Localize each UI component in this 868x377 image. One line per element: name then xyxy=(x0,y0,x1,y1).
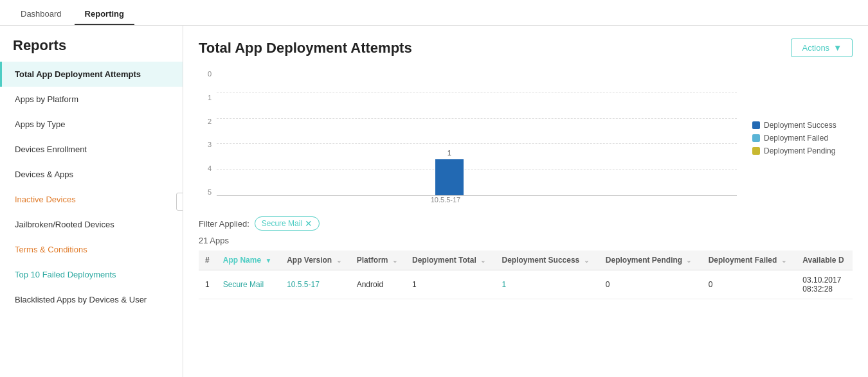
col-deployment-failed-label: Deployment Failed xyxy=(709,256,777,265)
sidebar-item-top-10-failed[interactable]: Top 10 Failed Deployments xyxy=(0,262,183,287)
chart-body: 1 10.5.5-17 xyxy=(217,67,737,209)
sidebar-item-terms-conditions[interactable]: Terms & Conditions xyxy=(0,237,183,262)
col-deployment-success-label: Deployment Success xyxy=(502,256,580,265)
sidebar-item-blacklisted-apps[interactable]: Blacklisted Apps by Devices & User xyxy=(0,287,183,312)
xaxis-label-10-5-5-17: 10.5.5-17 xyxy=(431,196,460,204)
sidebar-header: Reports xyxy=(0,26,183,62)
yaxis-label-1: 1 xyxy=(199,94,212,101)
legend-deployment-failed: Deployment Failed xyxy=(752,134,853,143)
chart-area: 5 4 3 2 1 0 1 xyxy=(199,67,853,209)
col-deployment-total-label: Deployment Total xyxy=(412,256,476,265)
actions-arrow-icon: ▼ xyxy=(833,43,842,53)
col-app-version[interactable]: App Version ⌄ xyxy=(280,250,350,270)
tab-reporting[interactable]: Reporting xyxy=(75,4,134,25)
col-app-name-sort-icon: ▼ xyxy=(265,257,271,264)
col-num: # xyxy=(199,250,217,270)
legend-success-color xyxy=(752,121,760,129)
cell-deployment-failed: 0 xyxy=(702,270,797,299)
cell-app-version[interactable]: 10.5.5-17 xyxy=(280,270,350,299)
table-header: # App Name ▼ App Version ⌄ Platform ⌄ D xyxy=(199,250,853,270)
col-deployment-success[interactable]: Deployment Success ⌄ xyxy=(496,250,599,270)
sidebar-item-devices-apps[interactable]: Devices & Apps xyxy=(0,162,183,187)
filter-tag-text: Secure Mail xyxy=(262,219,302,228)
table-body: 1 Secure Mail 10.5.5-17 Android 1 1 0 0 … xyxy=(199,270,853,299)
legend-success-label: Deployment Success xyxy=(764,121,836,130)
grid-line-3 xyxy=(217,143,737,144)
cell-available-date: 03.10.2017 08:32:28 xyxy=(796,270,853,299)
col-available-date-label: Available D xyxy=(802,256,844,265)
col-deployment-failed[interactable]: Deployment Failed ⌄ xyxy=(702,250,797,270)
col-deployment-total-sort-icon: ⌄ xyxy=(480,257,485,264)
yaxis-label-5: 5 xyxy=(199,188,212,196)
yaxis-label-2: 2 xyxy=(199,118,212,125)
col-deployment-pending-sort-icon: ⌄ xyxy=(686,257,691,264)
main-content: Total App Deployment Attempts Actions ▼ … xyxy=(183,26,868,377)
cell-num: 1 xyxy=(199,270,217,299)
grid-line-2 xyxy=(217,169,737,170)
grid-line-4 xyxy=(217,118,737,119)
main-header: Total App Deployment Attempts Actions ▼ xyxy=(199,39,853,57)
sidebar-item-inactive-devices[interactable]: Inactive Devices xyxy=(0,187,183,212)
filter-tag-remove-icon[interactable]: ✕ xyxy=(305,218,312,229)
legend-failed-color xyxy=(752,134,760,142)
apps-count: 21 Apps xyxy=(199,236,853,245)
cell-deployment-total: 1 xyxy=(406,270,496,299)
legend-failed-label: Deployment Failed xyxy=(764,134,828,143)
sidebar-item-apps-by-platform[interactable]: Apps by Platform xyxy=(0,87,183,112)
page-title: Total App Deployment Attempts xyxy=(199,40,412,57)
col-app-name[interactable]: App Name ▼ xyxy=(217,250,280,270)
yaxis-label-3: 3 xyxy=(199,141,212,148)
table-row: 1 Secure Mail 10.5.5-17 Android 1 1 0 0 … xyxy=(199,270,853,299)
chart-xaxis: 10.5.5-17 xyxy=(217,196,737,209)
col-deployment-success-sort-icon: ⌄ xyxy=(584,257,589,264)
col-app-name-label: App Name xyxy=(223,256,261,265)
filter-label: Filter Applied: xyxy=(199,219,249,229)
actions-button[interactable]: Actions ▼ xyxy=(791,39,853,57)
col-deployment-total[interactable]: Deployment Total ⌄ xyxy=(406,250,496,270)
tab-dashboard[interactable]: Dashboard xyxy=(10,4,72,25)
col-deployment-pending[interactable]: Deployment Pending ⌄ xyxy=(599,250,702,270)
cell-deployment-success[interactable]: 1 xyxy=(496,270,599,299)
top-navigation: Dashboard Reporting xyxy=(0,0,868,26)
col-platform-sort-icon: ⌄ xyxy=(392,257,397,264)
cell-app-name[interactable]: Secure Mail xyxy=(217,270,280,299)
grid-line-5 xyxy=(217,92,737,93)
cell-deployment-pending: 0 xyxy=(599,270,702,299)
legend-pending-label: Deployment Pending xyxy=(764,146,835,155)
actions-label: Actions xyxy=(802,43,829,53)
sidebar-item-devices-enrollment[interactable]: Devices Enrollment xyxy=(0,137,183,162)
bar-10-5-5-17: 1 xyxy=(435,159,464,195)
col-app-version-sort-icon: ⌄ xyxy=(336,257,341,264)
col-platform[interactable]: Platform ⌄ xyxy=(350,250,406,270)
legend-pending-color xyxy=(752,147,760,155)
yaxis-label-4: 4 xyxy=(199,164,212,172)
sidebar-item-total-app-deployment[interactable]: Total App Deployment Attempts xyxy=(0,62,183,87)
yaxis-label-0: 0 xyxy=(199,70,212,78)
chart-grid: 1 xyxy=(217,67,737,196)
col-deployment-failed-sort-icon: ⌄ xyxy=(781,257,786,264)
filter-row: Filter Applied: Secure Mail ✕ xyxy=(199,216,853,231)
col-available-date: Available D xyxy=(796,250,853,270)
sidebar-item-apps-by-type[interactable]: Apps by Type xyxy=(0,112,183,137)
data-table: # App Name ▼ App Version ⌄ Platform ⌄ D xyxy=(199,250,853,299)
col-deployment-pending-label: Deployment Pending xyxy=(606,256,682,265)
bar-deployment-success xyxy=(435,159,464,195)
table-header-row: # App Name ▼ App Version ⌄ Platform ⌄ D xyxy=(199,250,853,270)
chart-legend: Deployment Success Deployment Failed Dep… xyxy=(737,67,853,209)
bar-value-label: 1 xyxy=(448,149,451,157)
legend-deployment-pending: Deployment Pending xyxy=(752,146,853,155)
col-platform-label: Platform xyxy=(357,256,388,265)
legend-deployment-success: Deployment Success xyxy=(752,121,853,130)
filter-tag-secure-mail[interactable]: Secure Mail ✕ xyxy=(255,216,320,231)
sidebar: Reports Total App Deployment Attempts Ap… xyxy=(0,26,183,377)
col-app-version-label: App Version xyxy=(287,256,332,265)
main-layout: Reports Total App Deployment Attempts Ap… xyxy=(0,26,868,377)
sidebar-collapse-button[interactable]: ‹ xyxy=(176,193,183,211)
chart-yaxis: 5 4 3 2 1 0 xyxy=(199,67,217,209)
sidebar-item-jailbroken-devices[interactable]: Jailbroken/Rooted Devices xyxy=(0,212,183,237)
cell-platform: Android xyxy=(350,270,406,299)
